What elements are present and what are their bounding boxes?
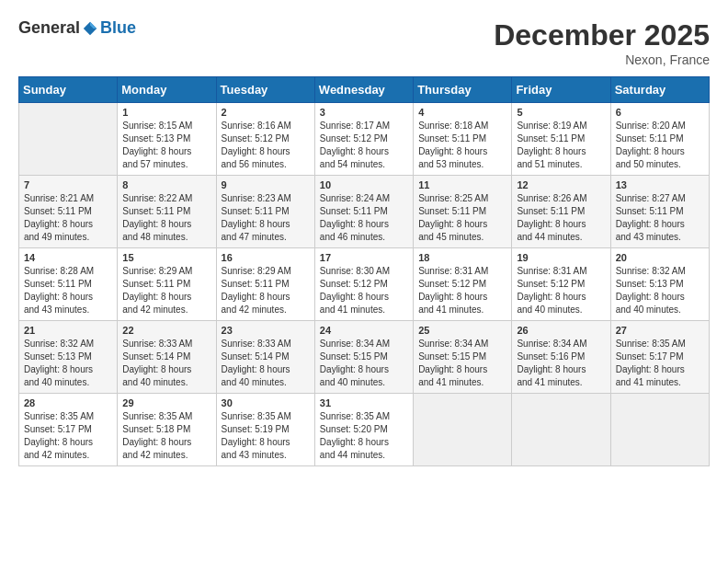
cell-text: and 42 minutes.	[122, 304, 210, 316]
cell-text: Sunrise: 8:22 AM	[122, 192, 210, 205]
cell-text: Sunset: 5:11 PM	[517, 205, 605, 218]
cell-text: Daylight: 8 hours	[122, 145, 210, 158]
cell-text: Sunrise: 8:32 AM	[616, 265, 704, 278]
cell-text: Daylight: 8 hours	[616, 218, 704, 231]
cell-text: Sunrise: 8:28 AM	[24, 265, 112, 278]
month-title: December 2025	[494, 18, 710, 52]
cell-text: Daylight: 8 hours	[320, 145, 408, 158]
cell-text: Sunset: 5:11 PM	[24, 278, 112, 291]
cell-text: and 44 minutes.	[320, 449, 408, 462]
day-number: 31	[320, 397, 408, 408]
day-number: 28	[24, 397, 112, 408]
cell-text: Sunrise: 8:33 AM	[122, 338, 210, 350]
cell-text: and 45 minutes.	[418, 231, 506, 244]
cell-text: Daylight: 8 hours	[122, 291, 210, 304]
cell-text: Sunset: 5:11 PM	[24, 205, 112, 218]
cell-text: Sunset: 5:19 PM	[222, 423, 310, 436]
cell-text: Daylight: 8 hours	[222, 291, 310, 304]
cell-text: Sunset: 5:18 PM	[122, 423, 210, 436]
cell-text: Daylight: 8 hours	[222, 436, 310, 449]
cell-text: and 49 minutes.	[24, 231, 112, 244]
calendar-cell: 30Sunrise: 8:35 AMSunset: 5:19 PMDayligh…	[216, 394, 314, 466]
cell-text: Sunrise: 8:34 AM	[320, 338, 408, 350]
cell-text: Daylight: 8 hours	[122, 218, 210, 231]
day-number: 4	[418, 107, 506, 118]
day-number: 10	[320, 179, 408, 190]
day-number: 30	[222, 397, 310, 408]
header-thursday: Thursday	[414, 77, 512, 103]
day-number: 9	[222, 179, 310, 190]
calendar-cell	[19, 103, 118, 176]
day-number: 13	[616, 179, 704, 190]
cell-text: and 48 minutes.	[122, 231, 210, 244]
cell-text: Daylight: 8 hours	[418, 291, 506, 304]
cell-text: Sunset: 5:12 PM	[517, 278, 605, 291]
calendar-cell: 14Sunrise: 8:28 AMSunset: 5:11 PMDayligh…	[19, 248, 118, 321]
cell-text: Daylight: 8 hours	[24, 291, 112, 304]
day-number: 11	[418, 179, 506, 190]
day-number: 14	[24, 252, 112, 263]
calendar-cell: 10Sunrise: 8:24 AMSunset: 5:11 PMDayligh…	[314, 176, 413, 248]
day-number: 19	[517, 252, 605, 263]
logo-blue-text: Blue	[100, 18, 136, 38]
cell-text: Sunset: 5:11 PM	[222, 278, 310, 291]
calendar-header: Sunday Monday Tuesday Wednesday Thursday…	[19, 77, 710, 103]
cell-text: Sunrise: 8:20 AM	[616, 120, 704, 132]
cell-text: Daylight: 8 hours	[418, 145, 506, 158]
calendar-cell: 31Sunrise: 8:35 AMSunset: 5:20 PMDayligh…	[314, 394, 413, 466]
calendar-cell: 23Sunrise: 8:33 AMSunset: 5:14 PMDayligh…	[216, 321, 314, 394]
cell-text: Daylight: 8 hours	[517, 218, 605, 231]
cell-text: Daylight: 8 hours	[222, 363, 310, 376]
cell-text: Sunset: 5:11 PM	[418, 205, 506, 218]
calendar-week-1: 7Sunrise: 8:21 AMSunset: 5:11 PMDaylight…	[19, 176, 710, 248]
calendar-cell: 17Sunrise: 8:30 AMSunset: 5:12 PMDayligh…	[314, 248, 413, 321]
cell-text: Sunset: 5:12 PM	[418, 278, 506, 291]
day-number: 8	[122, 179, 210, 190]
day-number: 18	[418, 252, 506, 263]
day-number: 25	[418, 325, 506, 336]
cell-text: Daylight: 8 hours	[222, 218, 310, 231]
cell-text: Sunrise: 8:30 AM	[320, 265, 408, 278]
calendar-cell: 12Sunrise: 8:26 AMSunset: 5:11 PMDayligh…	[512, 176, 610, 248]
logo-general-text: General	[18, 18, 80, 38]
cell-text: Daylight: 8 hours	[24, 218, 112, 231]
cell-text: Daylight: 8 hours	[320, 436, 408, 449]
cell-text: and 40 minutes.	[24, 376, 112, 389]
cell-text: Daylight: 8 hours	[616, 363, 704, 376]
calendar-cell: 19Sunrise: 8:31 AMSunset: 5:12 PMDayligh…	[512, 248, 610, 321]
day-number: 12	[517, 179, 605, 190]
calendar-cell: 22Sunrise: 8:33 AMSunset: 5:14 PMDayligh…	[118, 321, 216, 394]
cell-text: Sunset: 5:14 PM	[122, 350, 210, 363]
cell-text: Daylight: 8 hours	[320, 363, 408, 376]
cell-text: Sunrise: 8:33 AM	[222, 338, 310, 350]
day-number: 23	[222, 325, 310, 336]
cell-text: Sunset: 5:15 PM	[418, 350, 506, 363]
cell-text: and 56 minutes.	[222, 158, 310, 171]
header-monday: Monday	[118, 77, 216, 103]
cell-text: Sunset: 5:16 PM	[517, 350, 605, 363]
calendar-cell: 8Sunrise: 8:22 AMSunset: 5:11 PMDaylight…	[118, 176, 216, 248]
day-number: 6	[616, 107, 704, 118]
cell-text: and 42 minutes.	[24, 449, 112, 462]
calendar-cell	[414, 394, 512, 466]
calendar-cell	[512, 394, 610, 466]
cell-text: Sunrise: 8:35 AM	[222, 410, 310, 423]
cell-text: and 42 minutes.	[222, 304, 310, 316]
calendar-cell: 4Sunrise: 8:18 AMSunset: 5:11 PMDaylight…	[414, 103, 512, 176]
cell-text: Daylight: 8 hours	[517, 145, 605, 158]
day-number: 3	[320, 107, 408, 118]
cell-text: Sunset: 5:13 PM	[616, 278, 704, 291]
cell-text: Sunset: 5:15 PM	[320, 350, 408, 363]
day-number: 17	[320, 252, 408, 263]
calendar-table: Sunday Monday Tuesday Wednesday Thursday…	[18, 76, 710, 466]
cell-text: and 41 minutes.	[418, 304, 506, 316]
cell-text: Sunset: 5:13 PM	[122, 132, 210, 145]
day-number: 7	[24, 179, 112, 190]
cell-text: Sunrise: 8:35 AM	[24, 410, 112, 423]
logo: General Blue	[18, 18, 136, 38]
cell-text: Sunset: 5:12 PM	[222, 132, 310, 145]
cell-text: Sunset: 5:17 PM	[24, 423, 112, 436]
calendar-body: 1Sunrise: 8:15 AMSunset: 5:13 PMDaylight…	[19, 103, 710, 466]
cell-text: Sunrise: 8:32 AM	[24, 338, 112, 350]
calendar-week-0: 1Sunrise: 8:15 AMSunset: 5:13 PMDaylight…	[19, 103, 710, 176]
